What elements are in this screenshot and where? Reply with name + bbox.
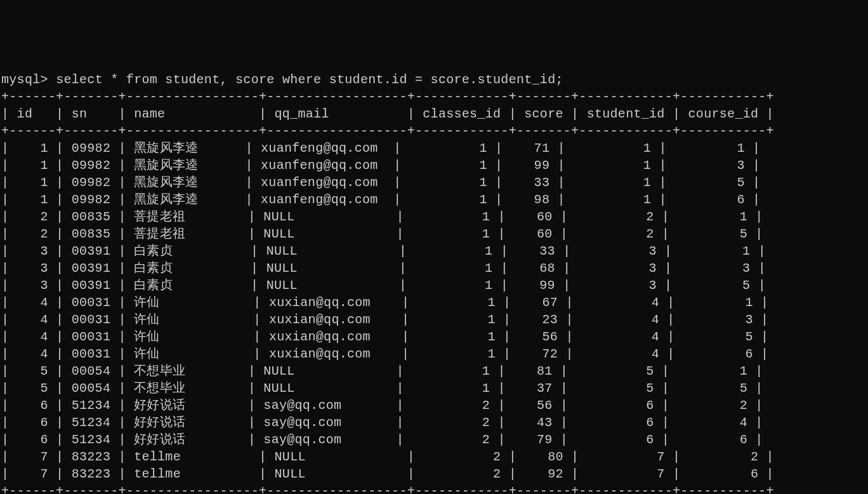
table-row: | 5 | 00054 | 不想毕业 | NULL | 1 | 37 | 5 |… [1,381,763,396]
table-row: | 1 | 09982 | 黑旋风李逵 | xuanfeng@qq.com | … [1,141,760,156]
table-row: | 1 | 09982 | 黑旋风李逵 | xuanfeng@qq.com | … [1,158,760,173]
table-row: | 2 | 00835 | 菩提老祖 | NULL | 1 | 60 | 2 |… [1,210,763,224]
prompt-prefix: mysql> [1,72,56,87]
table-row: | 6 | 51234 | 好好说话 | say@qq.com | 2 | 79… [1,432,763,447]
table-row: | 3 | 00391 | 白素贞 | NULL | 1 | 33 | 3 | … [1,244,766,258]
table-row: | 1 | 09982 | 黑旋风李逵 | xuanfeng@qq.com | … [1,175,760,190]
mysql-prompt: mysql> select * from student, score wher… [1,72,563,87]
table-row: | 4 | 00031 | 许仙 | xuxian@qq.com | 1 | 5… [1,330,768,344]
table-row: | 4 | 00031 | 许仙 | xuxian@qq.com | 1 | 6… [1,295,768,310]
table-border-top: +------+-------+-----------------+------… [1,90,774,104]
table-row: | 7 | 83223 | tellme | NULL | 2 | 92 | 7… [1,467,774,481]
table-row: | 3 | 00391 | 白素贞 | NULL | 1 | 99 | 3 | … [1,278,766,293]
table-border-mid: +------+-------+-----------------+------… [1,124,774,138]
sql-query: select * from student, score where stude… [56,72,563,87]
table-row: | 4 | 00031 | 许仙 | xuxian@qq.com | 1 | 2… [1,312,768,327]
table-row: | 1 | 09982 | 黑旋风李逵 | xuanfeng@qq.com | … [1,192,760,207]
table-row: | 3 | 00391 | 白素贞 | NULL | 1 | 68 | 3 | … [1,261,766,276]
table-row: | 2 | 00835 | 菩提老祖 | NULL | 1 | 60 | 2 |… [1,227,763,241]
table-row: | 6 | 51234 | 好好说话 | say@qq.com | 2 | 56… [1,398,763,413]
mysql-terminal[interactable]: mysql> select * from student, score wher… [1,71,868,494]
table-row: | 4 | 00031 | 许仙 | xuxian@qq.com | 1 | 7… [1,347,768,361]
table-border-bottom: +------+-------+-----------------+------… [1,484,774,494]
table-row: | 5 | 00054 | 不想毕业 | NULL | 1 | 81 | 5 |… [1,364,763,378]
table-row: | 6 | 51234 | 好好说话 | say@qq.com | 2 | 43… [1,415,763,430]
table-row: | 7 | 83223 | tellme | NULL | 2 | 80 | 7… [1,450,774,464]
table-header: | id | sn | name | qq_mail | classes_id … [1,107,774,121]
